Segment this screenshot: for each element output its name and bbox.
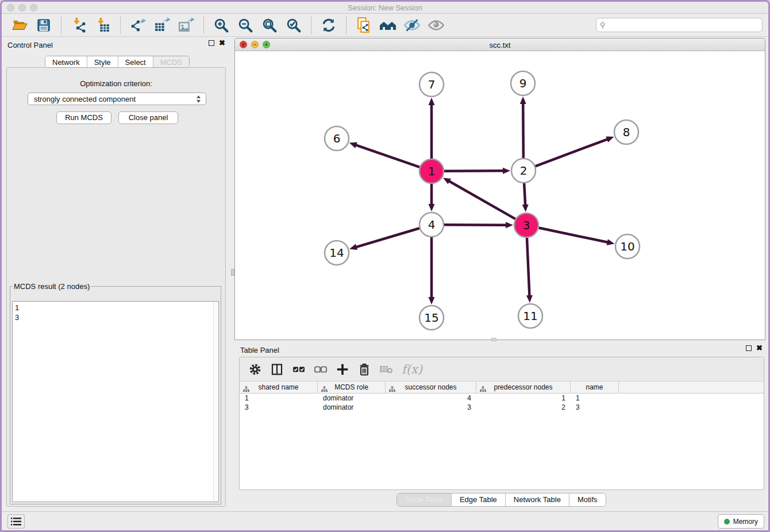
network-window-title: scc.txt bbox=[235, 41, 765, 49]
export-table-button[interactable] bbox=[152, 16, 172, 34]
zoom-selected-button[interactable] bbox=[284, 16, 303, 34]
mcds-result-list[interactable]: 1 3 bbox=[12, 301, 219, 502]
mcds-result-item[interactable]: 3 bbox=[15, 313, 216, 322]
zoom-in-button[interactable] bbox=[211, 16, 231, 34]
function-builder-button[interactable]: f(x) bbox=[399, 361, 425, 378]
zoom-out-button[interactable] bbox=[236, 16, 255, 34]
list-icon bbox=[11, 517, 21, 526]
tab-node-table[interactable]: Node Table bbox=[397, 494, 452, 506]
edge-1-2[interactable] bbox=[444, 171, 503, 171]
cell-name[interactable]: 3 bbox=[571, 403, 619, 412]
edge-3-10[interactable] bbox=[539, 228, 608, 242]
graph-node-label: 6 bbox=[333, 132, 341, 145]
cell-shared-name[interactable]: 3 bbox=[240, 403, 318, 412]
tab-edge-table[interactable]: Edge Table bbox=[452, 494, 506, 506]
table-row[interactable]: 1 dominator 4 1 1 bbox=[240, 394, 764, 403]
edge-4-3[interactable] bbox=[444, 225, 506, 225]
zoom-fit-button[interactable] bbox=[260, 16, 279, 34]
result-scrollbar[interactable] bbox=[213, 302, 218, 502]
duplicate-network-button[interactable] bbox=[354, 16, 374, 34]
delete-columns-button[interactable] bbox=[356, 361, 373, 378]
float-panel-icon[interactable] bbox=[209, 40, 214, 46]
select-all-columns-button[interactable] bbox=[290, 361, 307, 378]
edge-2-3[interactable] bbox=[524, 183, 525, 205]
status-bar: Memory bbox=[2, 511, 768, 530]
criterion-dropdown[interactable]: strongly connected component bbox=[28, 92, 206, 105]
cell-name[interactable]: 1 bbox=[571, 394, 619, 403]
column-header-shared-name[interactable]: shared name bbox=[240, 381, 318, 393]
memory-label: Memory bbox=[733, 518, 758, 526]
column-tree-icon bbox=[480, 384, 486, 396]
graph-node-label: 9 bbox=[519, 76, 527, 90]
edge-2-8[interactable] bbox=[536, 139, 608, 166]
close-table-panel-icon[interactable]: ✖ bbox=[756, 345, 763, 351]
import-network-button[interactable] bbox=[69, 16, 88, 34]
edge-1-6[interactable] bbox=[356, 145, 419, 167]
dropdown-stepper-icon bbox=[196, 95, 201, 103]
tab-select[interactable]: Select bbox=[118, 56, 153, 67]
cell-mcds-role[interactable]: dominator bbox=[318, 394, 386, 403]
edge-3-11[interactable] bbox=[527, 238, 529, 296]
graph-node-label: 4 bbox=[428, 218, 436, 232]
deselect-all-columns-button[interactable] bbox=[312, 361, 329, 378]
open-session-button[interactable] bbox=[10, 16, 29, 34]
mcds-result-item[interactable]: 1 bbox=[15, 303, 216, 313]
cell-shared-name[interactable]: 1 bbox=[240, 394, 318, 403]
show-graphics-details-button[interactable] bbox=[426, 16, 446, 34]
close-panel-button[interactable]: Close panel bbox=[118, 111, 178, 124]
add-column-button[interactable] bbox=[334, 361, 351, 378]
search-input[interactable] bbox=[596, 18, 763, 32]
cell-predecessor-nodes[interactable]: 1 bbox=[476, 394, 571, 403]
run-mcds-button[interactable]: Run MCDS bbox=[56, 111, 111, 124]
hide-details-eye-icon bbox=[403, 18, 421, 33]
criterion-value: strongly connected component bbox=[34, 95, 136, 103]
close-panel-icon[interactable]: ✖ bbox=[219, 40, 225, 46]
unchecked-boxes-icon bbox=[313, 363, 328, 376]
edge-4-14[interactable] bbox=[356, 228, 419, 247]
float-table-panel-icon[interactable] bbox=[746, 345, 752, 351]
task-history-button[interactable] bbox=[7, 514, 25, 529]
table-settings-button[interactable] bbox=[247, 361, 264, 378]
cell-successor-nodes[interactable]: 3 bbox=[386, 403, 476, 412]
trash-icon bbox=[357, 362, 371, 377]
tab-motifs[interactable]: Motifs bbox=[569, 494, 606, 506]
table-panel-title: Table Panel bbox=[240, 346, 279, 354]
memory-button[interactable]: Memory bbox=[718, 514, 764, 529]
table-toolbar: f(x) bbox=[240, 357, 764, 381]
cell-mcds-role[interactable]: dominator bbox=[318, 403, 386, 412]
cell-predecessor-nodes[interactable]: 2 bbox=[476, 403, 571, 412]
tab-network-table[interactable]: Network Table bbox=[506, 494, 569, 506]
column-header-predecessor-nodes[interactable]: predecessor nodes bbox=[476, 381, 571, 393]
tab-style[interactable]: Style bbox=[87, 56, 118, 67]
column-header-mcds-role[interactable]: MCDS role bbox=[318, 381, 386, 393]
export-image-button[interactable] bbox=[176, 16, 196, 34]
delete-table-button[interactable] bbox=[378, 361, 395, 378]
network-overview-button[interactable] bbox=[378, 16, 398, 34]
edge-3-1[interactable] bbox=[449, 181, 515, 219]
column-header-successor-nodes[interactable]: successor nodes bbox=[386, 381, 476, 393]
graph-node-label: 8 bbox=[623, 125, 630, 139]
column-header-name[interactable]: name bbox=[571, 381, 619, 393]
refresh-view-button[interactable] bbox=[319, 16, 338, 34]
edge-arrowhead-icon bbox=[349, 244, 357, 250]
mcds-tab-content: Optimization criterion: strongly connect… bbox=[6, 67, 226, 507]
import-table-button[interactable] bbox=[93, 16, 113, 34]
application-window: Session: New Session bbox=[0, 0, 770, 532]
tab-network[interactable]: Network bbox=[45, 56, 87, 67]
zoom-out-icon bbox=[237, 17, 253, 33]
tab-mcds[interactable]: MCDS bbox=[153, 56, 189, 67]
network-canvas-svg[interactable]: 1234678910111415 bbox=[235, 51, 765, 340]
edge-2-9[interactable] bbox=[523, 103, 523, 158]
toolbar-separator bbox=[311, 17, 311, 34]
export-network-button[interactable] bbox=[128, 16, 148, 34]
home-pair-icon bbox=[379, 18, 397, 33]
horizontal-splitter-handle[interactable] bbox=[491, 338, 496, 341]
export-image-icon bbox=[178, 17, 194, 33]
edge-arrowhead-icon bbox=[429, 297, 435, 304]
save-session-button[interactable] bbox=[34, 16, 53, 34]
cell-successor-nodes[interactable]: 4 bbox=[386, 394, 476, 403]
graph-node-label: 14 bbox=[329, 246, 344, 260]
table-row[interactable]: 3 dominator 3 2 3 bbox=[240, 403, 764, 412]
hide-graphics-details-button[interactable] bbox=[402, 16, 422, 34]
split-panel-button[interactable] bbox=[268, 361, 286, 378]
